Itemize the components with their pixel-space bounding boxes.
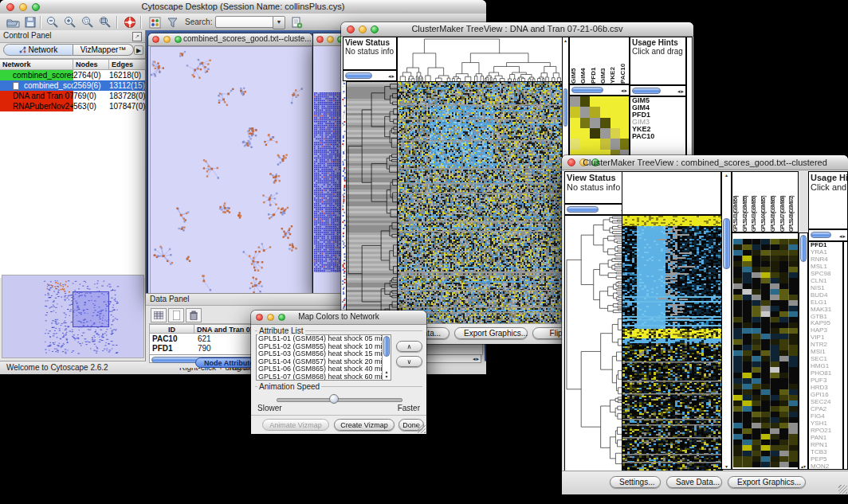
dialog-titlebar[interactable]: Map Colors to Network [251, 311, 426, 325]
tv1-genelist-hscrollbar[interactable]: ◂▸ [630, 85, 686, 96]
open-session-icon[interactable] [5, 15, 21, 29]
settings-button[interactable]: Settings... [610, 476, 661, 488]
zoom-heat-cell[interactable] [580, 128, 591, 139]
zoom-heat-cell[interactable] [600, 128, 610, 139]
zoom-heat-cell[interactable] [610, 128, 621, 139]
speed-slider-thumb[interactable] [329, 394, 339, 404]
zoom-heat-cell[interactable] [570, 96, 580, 107]
treeview1-titlebar[interactable]: ClusterMaker TreeView : DNA and Tran 07-… [341, 22, 693, 37]
zoom-heat-cell[interactable] [590, 139, 600, 149]
tv1-zoom-hscrollbar[interactable]: ◂▸ [569, 84, 630, 96]
zoom-heat-cell[interactable] [600, 118, 610, 128]
zoom-button[interactable] [175, 36, 182, 43]
zoom-heat-cell[interactable] [590, 107, 600, 117]
tv2-gene-list[interactable]: PFD1YRA1RNR4MSL1SPC98CLN1NIS1BUD4ELG1MAK… [808, 241, 843, 470]
main-titlebar[interactable]: Cytoscape Desktop (Session Name: collins… [0, 0, 486, 14]
resize-grip[interactable] [838, 485, 847, 494]
tv2-zoom-vscrollbar[interactable]: ▴▾ [799, 232, 808, 470]
zoom-heat-cell[interactable] [600, 107, 610, 117]
tv2-zoom-heatmap[interactable] [733, 236, 798, 468]
zoom-heat-cell[interactable] [610, 96, 621, 107]
close-button[interactable] [152, 36, 159, 43]
tv1-zoom-heatmap[interactable] [570, 96, 630, 160]
col-header-nodes[interactable]: Nodes [73, 59, 109, 70]
zoom-out-icon[interactable] [45, 15, 61, 29]
col-header-network[interactable]: Network [0, 59, 73, 70]
attribute-item[interactable]: GPL51-07 (GSM868) heat shock 60 min [257, 373, 391, 381]
zoom-in-icon[interactable] [62, 15, 78, 29]
tab-network[interactable]: Network [3, 44, 73, 56]
create-vizmap-button[interactable]: Create Vizmap [334, 419, 395, 431]
tv2-gene-dendrogram[interactable] [564, 215, 623, 471]
float-panel-icon[interactable]: ↗ [132, 32, 142, 41]
gene-name[interactable]: PAC10 [630, 133, 685, 140]
zoom-heat-cell[interactable] [600, 96, 610, 107]
tv1-array-dendrogram[interactable] [397, 37, 563, 83]
zoom-heat-cell[interactable] [620, 96, 630, 107]
tv2-heatmap-vscrollbar[interactable]: ▴ ▾ [721, 171, 732, 470]
close-button[interactable] [316, 36, 324, 43]
save-session-icon[interactable] [22, 15, 38, 29]
zoom-heat-cell[interactable] [590, 128, 600, 139]
tv1-status-hscrollbar[interactable]: ◂▸ [343, 70, 397, 81]
minimize-button[interactable] [163, 36, 171, 43]
tab-overflow-button[interactable]: ▶ [134, 45, 143, 55]
table-icon[interactable] [151, 308, 167, 322]
zoom-heat-cell[interactable] [570, 107, 580, 117]
speed-slider-track[interactable] [277, 398, 402, 402]
save-data-button[interactable]: Save Data... [666, 476, 722, 488]
network-row[interactable]: combined_scores 2764(0) 16218(0) [0, 70, 145, 80]
attribute-list[interactable]: GPL51-01 (GSM854) heat shock 05 minGPL51… [256, 334, 391, 381]
zoom-heat-cell[interactable] [580, 139, 591, 149]
zoom-heat-cell[interactable] [580, 96, 591, 107]
network-view-titlebar[interactable]: combined_scores_good.txt--cluste... [148, 33, 312, 46]
zoom-heat-cell[interactable] [610, 139, 621, 149]
export-graphics-button[interactable]: Export Graphics... [454, 327, 528, 339]
trash-icon[interactable] [186, 308, 202, 322]
zoom-heat-cell[interactable] [620, 128, 630, 139]
zoom-heat-cell[interactable] [590, 96, 600, 107]
zoom-heat-cell[interactable] [620, 107, 630, 117]
treeview2-titlebar[interactable]: ClusterMaker TreeView : combined_scores_… [562, 155, 848, 170]
network-row[interactable]: DNA and Tran 07 769(0) 183728(0) [0, 91, 145, 101]
tv1-gene-dendrogram[interactable] [346, 81, 398, 326]
tv2-status-hscrollbar[interactable]: ◂▸ [564, 204, 630, 215]
vizmap-icon[interactable] [147, 15, 163, 29]
zoom-fit-icon[interactable] [97, 15, 113, 29]
move-up-button[interactable]: ∧ [396, 341, 422, 352]
network-canvas[interactable] [150, 46, 312, 294]
export-graphics-button[interactable]: Export Graphics... [728, 476, 806, 488]
zoom-heat-cell[interactable] [590, 118, 600, 128]
dense-network-canvas[interactable] [314, 92, 344, 272]
zoom-heat-cell[interactable] [620, 139, 630, 149]
birdseye-view[interactable] [2, 275, 144, 358]
zoom-heat-cell[interactable] [570, 118, 580, 128]
zoom-heat-cell[interactable] [570, 139, 580, 149]
tab-vizmapper[interactable]: VizMapper™ [73, 44, 134, 56]
col-header-edges[interactable]: Edges [109, 59, 146, 70]
import-table-icon[interactable] [289, 15, 304, 29]
network-view2-titlebar[interactable] [313, 33, 345, 46]
id-column-header[interactable]: ID [150, 324, 194, 334]
gene-name[interactable]: MON2 [809, 463, 842, 470]
tv2-genelist-hscrollbar[interactable]: ◂▸ [808, 229, 848, 241]
resize-grip[interactable] [417, 424, 426, 433]
zoom-heat-cell[interactable] [620, 118, 630, 128]
tv2-genelist-vscrollbar[interactable] [843, 241, 848, 470]
animate-vizmap-button[interactable]: Animate Vizmap [262, 419, 329, 431]
search-input[interactable] [215, 16, 274, 28]
zoom-heat-cell[interactable] [580, 107, 591, 117]
zoom-heat-cell[interactable] [610, 107, 621, 117]
tv2-heatmap[interactable] [622, 215, 723, 471]
new-attribute-icon[interactable] [168, 308, 184, 322]
zoom-heat-cell[interactable] [580, 118, 591, 128]
minimize-button[interactable] [327, 36, 334, 43]
network-row[interactable]: combined_sco 2569(6) 13112(15) [0, 80, 145, 91]
search-dropdown-button[interactable]: ▼ [273, 16, 285, 29]
help-ring-icon[interactable] [122, 15, 138, 29]
zoom-heat-cell[interactable] [600, 139, 610, 149]
filter-icon[interactable] [164, 15, 180, 29]
network-row[interactable]: RNAPuberNov2+ 563(0) 107847(0) [0, 101, 145, 111]
zoom-selected-icon[interactable] [80, 15, 96, 29]
tv1-heatmap[interactable] [397, 81, 563, 326]
